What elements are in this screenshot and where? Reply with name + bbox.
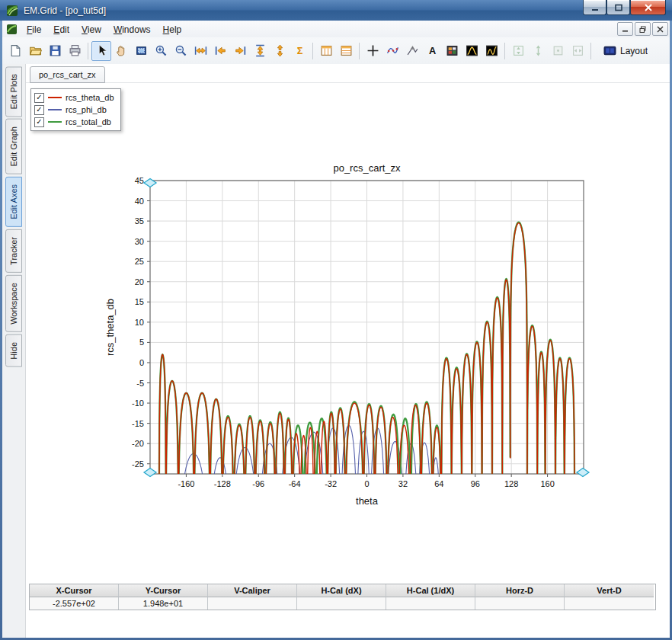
print-button[interactable]	[65, 41, 85, 61]
cursor-col-header: Y-Cursor	[119, 584, 208, 597]
document-grid-icon	[6, 24, 18, 35]
content-area: Edit PlotsEdit GraphEdit AxesTrackerWork…	[2, 64, 670, 638]
x-tick-label: 128	[504, 479, 518, 488]
sidebar-tab-workspace[interactable]: Workspace	[5, 275, 22, 332]
y-tick-label: 40	[135, 197, 144, 206]
window-title: EM.Grid - [po_tut5d]	[24, 5, 106, 16]
legend-line-sample	[48, 121, 62, 123]
close-button[interactable]	[630, 0, 666, 15]
ghost-fit-width-button[interactable]	[568, 41, 587, 61]
doc-tab[interactable]: po_rcs_cart_zx	[30, 66, 105, 83]
chart-title: po_rcs_cart_zx	[333, 162, 401, 174]
y-tick-label: -20	[132, 439, 144, 448]
emgrid-logo-icon	[6, 5, 18, 17]
image-palette-button[interactable]	[442, 41, 462, 61]
zoom-window-button[interactable]	[131, 41, 151, 61]
shift-vertical-button[interactable]	[270, 41, 290, 61]
row-layout-button[interactable]	[336, 41, 356, 61]
child-close-button[interactable]	[652, 22, 668, 36]
column-layout-button[interactable]	[316, 41, 336, 61]
layout-tool[interactable]: Layout	[603, 44, 648, 57]
x-tick-label: -64	[289, 479, 301, 488]
new-button[interactable]	[5, 41, 25, 61]
svg-text:Σ: Σ	[296, 45, 302, 56]
sidebar-tab-tracker[interactable]: Tracker	[5, 229, 22, 273]
ghost-fit-height-button[interactable]	[508, 41, 528, 61]
y-tick-label: 10	[135, 318, 144, 327]
svg-text:A: A	[428, 45, 435, 56]
chart-canvas[interactable]: -160-128-96-64-320326496128160-25-20-15-…	[26, 82, 672, 524]
shift-left-button[interactable]	[210, 41, 230, 61]
y-tick-label: -25	[132, 459, 144, 469]
menu-edit[interactable]: Edit	[47, 22, 75, 37]
layout-label: Layout	[620, 46, 648, 56]
axis-handle-bottom-right[interactable]	[577, 469, 589, 477]
x-tick-label: 64	[434, 479, 443, 488]
legend-label: rcs_total_db	[66, 117, 111, 126]
menu-file[interactable]: File	[21, 22, 47, 37]
select-arrow-button[interactable]	[91, 41, 111, 61]
legend-line-sample	[48, 109, 62, 110]
cursor-col-header: Horz-D	[475, 584, 565, 597]
menu-help[interactable]: Help	[157, 22, 188, 37]
y-axis-label: rcs_theta_db	[104, 299, 116, 356]
sidebar-tab-edit-plots[interactable]: Edit Plots	[5, 66, 22, 117]
zoom-out-button[interactable]	[171, 41, 190, 61]
cursor-col-header: X-Cursor	[30, 584, 119, 597]
sidebar-tab-hide[interactable]: Hide	[5, 334, 22, 367]
cursor-value-cell: -2.557e+02	[30, 597, 119, 610]
y-tick-label: 45	[135, 176, 144, 185]
sidebar-tab-edit-graph[interactable]: Edit Graph	[5, 119, 22, 174]
x-tick-label: 96	[471, 479, 480, 488]
curve-markers-button[interactable]	[382, 41, 402, 61]
ghost-box-button[interactable]	[548, 41, 568, 61]
child-window-controls	[617, 22, 668, 36]
cursor-readout-table: X-CursorY-CursorV-CaliperH-Cal (dX)H-Cal…	[29, 584, 656, 610]
layout-icon	[603, 44, 616, 57]
text-label-button[interactable]: A	[422, 41, 442, 61]
x-tick-label: 0	[364, 479, 369, 488]
legend-line-sample	[48, 97, 62, 98]
pan-hand-button[interactable]	[111, 41, 131, 61]
axis-handle-bottom-left[interactable]	[144, 469, 156, 477]
shift-right-button[interactable]	[230, 41, 250, 61]
document-area: po_rcs_cart_zx -160-128-96-64-3203264961…	[26, 64, 670, 638]
maximize-button[interactable]	[606, 0, 630, 15]
zoom-in-button[interactable]	[151, 41, 171, 61]
crosshair-button[interactable]	[363, 41, 382, 61]
ghost-shift-vertical-button[interactable]	[528, 41, 548, 61]
fit-width-button[interactable]	[190, 41, 210, 61]
child-restore-button[interactable]	[635, 22, 651, 36]
x-tick-label: -96	[252, 479, 264, 488]
cursor-col-header: H-Cal (1/dX)	[386, 584, 475, 597]
save-button[interactable]	[45, 41, 65, 61]
waveform-multi-button[interactable]	[482, 41, 501, 61]
cursor-value-cell	[208, 597, 297, 610]
x-tick-label: -160	[178, 479, 194, 488]
side-tab-strip: Edit PlotsEdit GraphEdit AxesTrackerWork…	[2, 64, 26, 638]
menubar: FileEditViewWindowsHelp	[2, 21, 670, 38]
x-axis-label: theta	[356, 495, 379, 507]
open-button[interactable]	[25, 41, 45, 61]
legend-checkbox-rcs_phi_db[interactable]: ✓	[34, 105, 44, 115]
legend-checkbox-rcs_total_db[interactable]: ✓	[34, 117, 44, 127]
x-tick-label: 160	[540, 479, 554, 488]
x-tick-label: -128	[214, 479, 231, 488]
menu-windows[interactable]: Windows	[107, 22, 157, 37]
minimize-button[interactable]	[583, 0, 606, 15]
peak-marker-button[interactable]	[402, 41, 422, 61]
y-tick-label: 15	[135, 297, 144, 306]
child-minimize-button[interactable]	[617, 22, 633, 36]
autoscale-button[interactable]: Σ	[290, 41, 309, 61]
axis-handle-top-left[interactable]	[144, 179, 156, 187]
y-tick-label: -10	[132, 398, 144, 408]
sidebar-tab-edit-axes[interactable]: Edit Axes	[5, 177, 22, 227]
legend-checkbox-rcs_theta_db[interactable]: ✓	[34, 93, 44, 103]
waveform-gauss-button[interactable]	[462, 41, 482, 61]
doc-tab-label: po_rcs_cart_zx	[39, 70, 96, 79]
menu-view[interactable]: View	[75, 22, 107, 37]
legend-label: rcs_phi_db	[66, 105, 107, 114]
document-tabbar: po_rcs_cart_zx	[26, 64, 670, 83]
fit-height-button[interactable]	[250, 41, 270, 61]
cursor-col-header: V-Caliper	[208, 584, 297, 597]
